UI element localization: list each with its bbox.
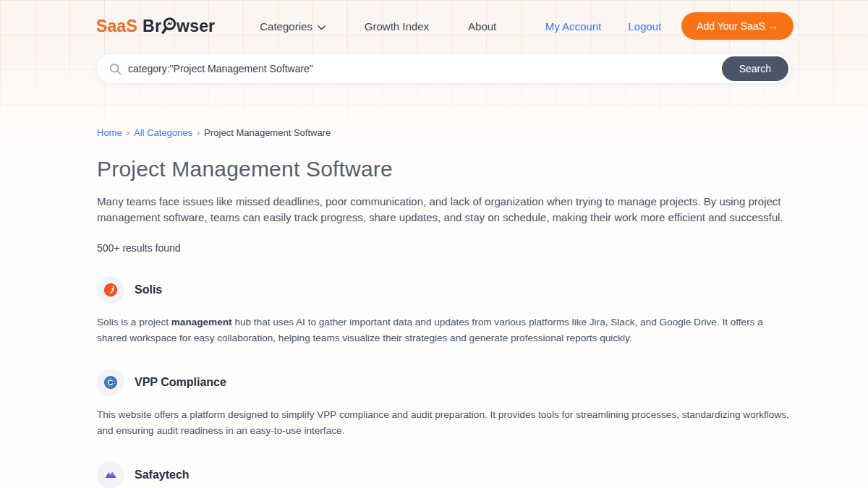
safaytech-logo-icon xyxy=(103,467,119,483)
page-title: Project Management Software xyxy=(97,157,792,181)
nav-growth-index-label: Growth Index xyxy=(365,20,429,33)
breadcrumb-separator: › xyxy=(127,127,129,138)
result-logo-avatar xyxy=(97,276,124,304)
breadcrumb: Home › All Categories › Project Manageme… xyxy=(97,127,792,138)
header: SaaS Br wser Categories Growth Index xyxy=(0,0,868,48)
result-logo-avatar xyxy=(97,369,124,396)
main-content: Home › All Categories › Project Manageme… xyxy=(97,127,792,488)
page-description: Many teams face issues like missed deadl… xyxy=(97,194,792,225)
nav-growth-index[interactable]: Growth Index xyxy=(365,20,429,33)
magnifier-logo-icon xyxy=(161,17,176,40)
breadcrumb-current: Project Management Software xyxy=(204,127,331,138)
nav-about[interactable]: About xyxy=(468,20,496,33)
result-logo-avatar xyxy=(97,461,124,488)
chevron-down-icon xyxy=(318,20,326,33)
logout-link[interactable]: Logout xyxy=(628,20,661,33)
logo-text-browser-pre: Br xyxy=(142,17,161,36)
logo-text-saas: SaaS xyxy=(96,17,137,36)
search-bar[interactable]: Search xyxy=(96,53,792,84)
result-item: Safaytech This website offers a powerful… xyxy=(97,461,792,488)
result-name[interactable]: VPP Compliance xyxy=(135,376,226,389)
result-item: Solis Solis is a project management hub … xyxy=(97,276,792,346)
main-nav: Categories Growth Index About xyxy=(260,20,496,33)
search-icon xyxy=(109,63,122,75)
result-description: This website offers a platform designed … xyxy=(97,407,792,439)
add-your-saas-button[interactable]: Add Your SaaS → xyxy=(681,12,793,40)
result-item: VPP Compliance This website offers a pla… xyxy=(97,369,792,439)
result-name[interactable]: Solis xyxy=(135,283,162,296)
solis-logo-icon xyxy=(103,282,119,298)
result-description: Solis is a project management hub that u… xyxy=(97,314,792,346)
logo-text-browser-post: wser xyxy=(176,17,215,36)
account-links: My Account Logout xyxy=(545,20,661,33)
results-count: 500+ results found xyxy=(97,242,792,254)
breadcrumb-separator: › xyxy=(197,127,200,138)
result-head-vpp-compliance[interactable]: VPP Compliance xyxy=(97,369,792,396)
result-head-safaytech[interactable]: Safaytech xyxy=(97,461,792,488)
nav-about-label: About xyxy=(468,20,496,33)
search-bar-row: Search xyxy=(96,53,792,84)
search-button[interactable]: Search xyxy=(722,56,788,81)
my-account-link[interactable]: My Account xyxy=(545,20,602,33)
site-logo[interactable]: SaaS Br wser xyxy=(96,15,215,37)
result-name[interactable]: Safaytech xyxy=(135,468,190,481)
search-input[interactable] xyxy=(128,63,722,74)
nav-categories[interactable]: Categories xyxy=(260,20,326,33)
breadcrumb-home-link[interactable]: Home xyxy=(97,127,122,138)
vpp-compliance-logo-icon xyxy=(103,374,119,390)
result-head-solis[interactable]: Solis xyxy=(97,276,792,304)
nav-categories-label: Categories xyxy=(260,20,312,33)
breadcrumb-all-categories-link[interactable]: All Categories xyxy=(134,127,192,138)
